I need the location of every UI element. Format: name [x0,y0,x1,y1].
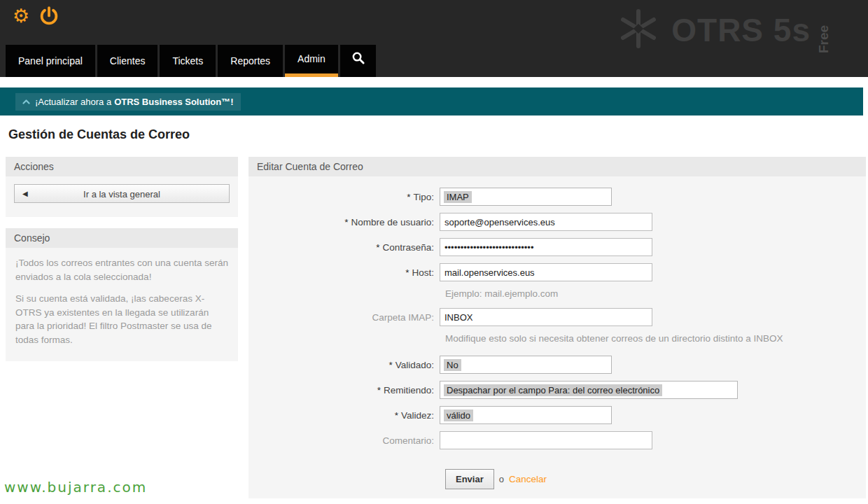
watermark-text: www.bujarra.com [4,479,147,496]
carpeta-imap-input[interactable] [440,308,652,326]
tip-paragraph: Si su cuenta está validada, ¡las cabecer… [15,292,228,346]
page: ⚙ Panel principal Clientes Tickets Repor… [0,0,868,504]
form-row-comentario: Comentario: [248,431,866,449]
logo-brand-text: OTRS 5s [671,11,811,49]
tipo-label: *Tipo: [248,192,440,202]
main-nav: Panel principal Clientes Tickets Reporte… [6,45,378,77]
go-to-overview-label: Ir a la vista general [83,189,160,200]
validez-label: *Validez: [248,410,440,421]
go-to-overview-button[interactable]: ◀ Ir a la vista general [14,184,230,203]
required-marker: * [388,360,392,370]
back-arrow-icon: ◀ [22,185,28,202]
form-row-carpeta-imap: Carpeta IMAP: [248,308,866,326]
otrs-star-icon [615,6,662,55]
actions-panel-title: Acciones [6,157,238,176]
submit-button[interactable]: Enviar [445,469,494,489]
form-panel-title: Editar Cuenta de Correo [248,157,866,176]
host-hint: Ejemplo: mail.ejemplo.com [445,288,866,299]
gear-icon[interactable]: ⚙ [10,4,32,28]
edit-mail-account-panel: Editar Cuenta de Correo *Tipo: IMAP *Nom… [248,157,866,498]
upgrade-banner: ¡Actualizar ahora aOTRS Business Solutio… [0,88,863,115]
page-title: Gestión de Cuentas de Correo [8,127,190,142]
validado-label: *Validado: [248,360,440,370]
nav-tab-tickets[interactable]: Tickets [160,45,216,77]
carpeta-imap-label: Carpeta IMAP: [248,312,440,323]
actions-panel: Acciones ◀ Ir a la vista general [6,157,238,217]
required-marker: * [376,242,379,253]
remitiendo-select[interactable]: Despachar por el campo Para: del correo … [440,381,738,399]
contrasena-input[interactable] [440,238,652,256]
form-row-usuario: *Nombre de usuario: [248,213,866,231]
top-header: ⚙ Panel principal Clientes Tickets Repor… [0,0,868,77]
upgrade-banner-link[interactable]: ¡Actualizar ahora aOTRS Business Solutio… [15,93,241,111]
remitiendo-label: *Remitiendo: [248,385,440,396]
usuario-label: *Nombre de usuario: [248,217,440,227]
tipo-select[interactable]: IMAP [440,188,612,206]
nav-tab-reportes[interactable]: Reportes [218,45,283,77]
logo-edition-text: Free [816,7,832,53]
form-row-validado: *Validado: No [248,356,866,374]
otrs-logo: OTRS 5s Free [615,6,832,55]
usuario-input[interactable] [440,213,652,231]
search-icon [351,45,365,77]
power-icon[interactable] [38,6,59,27]
required-marker: * [405,267,409,278]
banner-text: ¡Actualizar ahora a [35,97,111,107]
chevron-up-icon [22,98,30,106]
comentario-label: Comentario: [248,435,440,446]
form-row-remitiendo: *Remitiendo: Despachar por el campo Para… [248,381,866,399]
host-input[interactable] [440,263,652,281]
required-marker: * [377,385,381,396]
form-row-tipo: *Tipo: IMAP [248,188,866,206]
nav-tab-panel-principal[interactable]: Panel principal [6,45,95,77]
form-row-host: *Host: [248,263,866,281]
comentario-input[interactable] [440,431,652,449]
form-row-validez: *Validez: válido [248,406,866,424]
carpeta-imap-hint: Modifique esto solo si necesita obtener … [445,333,866,344]
tip-panel-title: Consejo [6,228,238,248]
form-buttons: Enviar o Cancelar [445,469,866,489]
tip-paragraph: ¡Todos los correos entrantes con una cue… [15,256,228,284]
required-marker: * [395,410,398,421]
required-marker: * [344,217,348,227]
required-marker: * [407,192,410,202]
validez-select[interactable]: válido [440,406,612,424]
nav-tab-clientes[interactable]: Clientes [97,45,158,77]
search-button[interactable] [340,45,376,77]
nav-tab-admin[interactable]: Admin [285,45,338,77]
cancel-link[interactable]: Cancelar [509,474,547,484]
banner-text-bold: OTRS Business Solution™! [114,97,233,107]
or-text: o [499,474,504,484]
tip-panel: Consejo ¡Todos los correos entrantes con… [6,228,238,361]
validado-select[interactable]: No [440,356,612,374]
form-row-contrasena: *Contraseña: [248,238,866,256]
contrasena-label: *Contraseña: [248,242,440,253]
host-label: *Host: [248,267,440,278]
